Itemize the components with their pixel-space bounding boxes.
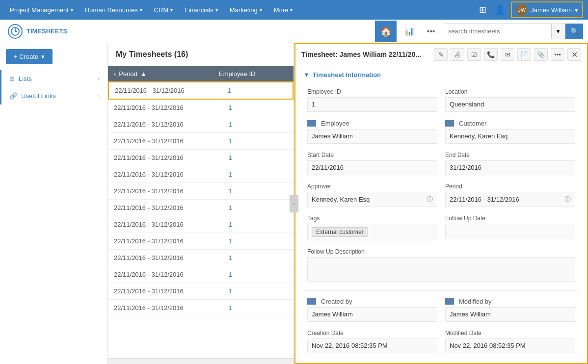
chart-icon[interactable]: 📊 (401, 21, 418, 42)
employee-id-label: Employee ID (307, 88, 437, 95)
sidebar-item-useful-links[interactable]: 🔗 Useful Links › (0, 87, 107, 104)
empid-column-header[interactable]: Employee ID (219, 70, 278, 78)
search-container: ▾ 🔍 (444, 24, 583, 39)
table-row[interactable]: 22/11/2016 - 31/12/2016 1 (108, 116, 294, 133)
chevron-down-icon: ▾ (290, 7, 293, 13)
collapse-panel-button[interactable]: ‹ (290, 195, 298, 212)
period-cell: 22/11/2016 - 31/12/2016 (114, 104, 229, 111)
search-dropdown-button[interactable]: ▾ (552, 24, 565, 39)
app-header: TIMESHEETS 🏠 📊 ••• ▾ 🔍 (0, 20, 588, 43)
created-by-field: Created by James William (303, 295, 441, 327)
period-cell: 22/11/2016 - 31/12/2016 (114, 187, 229, 195)
modified-date-value: Nov 22, 2016 08:52:35 PM (445, 338, 575, 353)
table-row[interactable]: 22/11/2016 - 31/12/2016 1 (108, 166, 294, 183)
table-rows: 22/11/2016 - 31/12/2016 1 22/11/2016 - 3… (108, 81, 294, 358)
nav-crm[interactable]: CRM ▾ (149, 3, 178, 17)
search-button[interactable]: 🔍 (565, 24, 583, 39)
info-icon[interactable]: ⓘ (565, 195, 571, 204)
period-field: Period 22/11/2016 - 31/12/2016 ⓘ (441, 180, 579, 212)
tags-value: External customer (307, 224, 437, 240)
top-navigation: Project Management ▾ Human Resources ▾ C… (0, 0, 588, 20)
modified-date-label: Modified Date (445, 330, 575, 337)
tags-label: Tags (307, 215, 437, 222)
end-date-value: 31/12/2016 (445, 160, 575, 175)
close-button[interactable]: ✕ (567, 48, 581, 61)
customer-value: Kennedy, Karen Esq (445, 129, 575, 144)
table-row[interactable]: 22/11/2016 - 31/12/2016 1 (108, 233, 294, 250)
period-cell: 22/11/2016 - 31/12/2016 (114, 304, 229, 312)
follow-up-desc-value (307, 257, 575, 282)
employee-id-value: 1 (307, 97, 437, 112)
empid-cell: 1 (229, 121, 288, 128)
horizontal-scrollbar[interactable] (108, 358, 294, 364)
grid-icon[interactable]: ⊞ (477, 2, 488, 17)
period-cell: 22/11/2016 - 31/12/2016 (114, 287, 229, 295)
clock-icon (8, 24, 23, 39)
nav-more[interactable]: More ▾ (269, 3, 298, 17)
nav-project-management[interactable]: Project Management ▾ (5, 3, 78, 17)
info-icon[interactable]: ⓘ (427, 195, 433, 204)
end-date-field: End Date 31/12/2016 (441, 149, 579, 180)
nav-marketing[interactable]: Marketing ▾ (225, 3, 267, 17)
approver-field: Approver Kennedy, Karen Esq ⓘ (303, 180, 441, 212)
nav-right-controls: ⊞ 👤 JW James William ▾ (477, 1, 583, 18)
modified-date-field: Modified Date Nov 22, 2016 08:52:35 PM (441, 327, 579, 358)
empid-cell: 1 (229, 204, 288, 211)
table-row[interactable]: 22/11/2016 - 31/12/2016 1 (108, 150, 294, 166)
creation-date-label: Creation Date (307, 330, 437, 337)
print-icon[interactable]: 🖨 (451, 48, 464, 61)
create-button[interactable]: + Create ▾ (6, 49, 53, 64)
email-icon[interactable]: ✉ (501, 48, 514, 61)
attachment-icon[interactable]: 📎 (534, 48, 548, 61)
user-icon[interactable]: 👤 (492, 2, 507, 17)
nav-financials[interactable]: Financials ▾ (180, 3, 223, 17)
detail-panel: Timesheet: James William 22/11/20... ✎ 🖨… (294, 43, 588, 364)
user-name: James William (531, 6, 572, 14)
sidebar-item-label: Lists (19, 75, 94, 82)
avatar: JW (516, 4, 528, 16)
table-row[interactable]: 22/11/2016 - 31/12/2016 1 (108, 300, 294, 316)
table-row[interactable]: 22/11/2016 - 31/12/2016 1 (108, 81, 294, 100)
phone-icon[interactable]: 📞 (484, 48, 498, 61)
table-row[interactable]: 22/11/2016 - 31/12/2016 1 (108, 100, 294, 116)
more-icon[interactable]: ••• (422, 21, 440, 42)
customer-flag-icon (445, 120, 454, 127)
employee-id-field: Employee ID 1 (303, 85, 441, 117)
nav-menu: Project Management ▾ Human Resources ▾ C… (5, 3, 477, 17)
meta-fields-grid: Created by James William Modified by Jam… (303, 295, 579, 358)
employee-field: Employee James William (303, 117, 441, 149)
document-icon[interactable]: 📄 (517, 48, 531, 61)
table-row[interactable]: 22/11/2016 - 31/12/2016 1 (108, 200, 294, 216)
search-input[interactable] (444, 24, 552, 39)
approver-value: Kennedy, Karen Esq ⓘ (307, 192, 437, 207)
empid-cell: 1 (229, 254, 288, 261)
section-divider (303, 290, 579, 291)
nav-human-resources[interactable]: Human Resources ▾ (80, 3, 147, 17)
period-cell: 22/11/2016 - 31/12/2016 (114, 137, 229, 145)
check-icon[interactable]: ☑ (467, 48, 481, 61)
sidebar-item-lists[interactable]: ⊞ Lists › (0, 70, 107, 87)
home-button[interactable]: 🏠 (375, 21, 397, 42)
table-header: ‹ Period ▲ Employee ID (108, 66, 294, 81)
user-menu[interactable]: JW James William ▾ (511, 1, 583, 18)
sidebar: + Create ▾ ⊞ Lists › 🔗 Useful Links › (0, 43, 108, 364)
chevron-down-icon: ▾ (575, 6, 578, 14)
empid-cell: 1 (228, 87, 287, 94)
period-label: Period (445, 183, 575, 190)
edit-icon[interactable]: ✎ (434, 48, 448, 61)
table-row[interactable]: 22/11/2016 - 31/12/2016 1 (108, 250, 294, 266)
start-date-value: 22/11/2016 (307, 160, 437, 175)
period-column-header[interactable]: ‹ Period ▲ (114, 70, 219, 78)
chevron-down-icon: ▾ (260, 7, 262, 13)
creation-date-value: Nov 22, 2016 08:52:35 PM (307, 338, 437, 353)
table-row[interactable]: 22/11/2016 - 31/12/2016 1 (108, 216, 294, 233)
modified-by-label: Modified by (445, 298, 575, 305)
table-row[interactable]: 22/11/2016 - 31/12/2016 1 (108, 283, 294, 300)
follow-up-date-value (445, 224, 575, 238)
table-row[interactable]: 22/11/2016 - 31/12/2016 1 (108, 183, 294, 200)
more-actions-icon[interactable]: ••• (551, 48, 564, 61)
table-row[interactable]: 22/11/2016 - 31/12/2016 1 (108, 133, 294, 150)
empid-cell: 1 (229, 137, 288, 145)
detail-header: Timesheet: James William 22/11/20... ✎ 🖨… (295, 44, 587, 65)
table-row[interactable]: 22/11/2016 - 31/12/2016 1 (108, 266, 294, 283)
